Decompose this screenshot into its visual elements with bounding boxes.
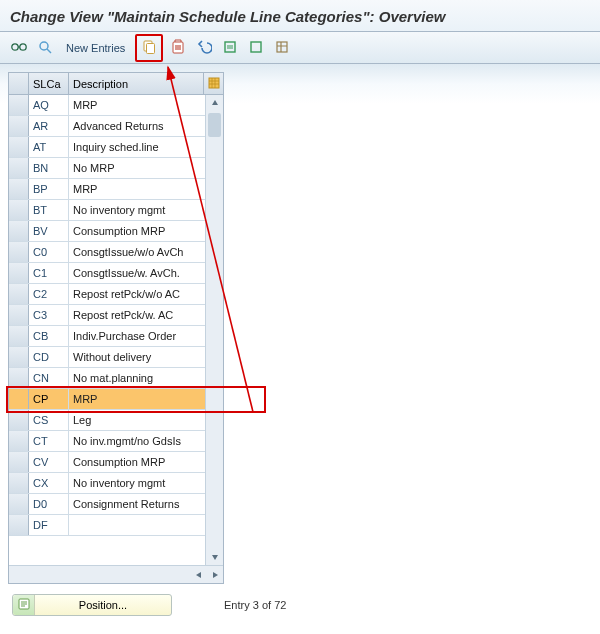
table-row[interactable]: CPMRP: [9, 389, 205, 410]
scrollbar-thumb[interactable]: [208, 113, 221, 137]
vertical-scrollbar[interactable]: [205, 95, 223, 565]
row-selector[interactable]: [9, 158, 29, 178]
row-selector[interactable]: [9, 515, 29, 535]
cell-code[interactable]: AQ: [29, 95, 69, 116]
table-row[interactable]: BPMRP: [9, 179, 205, 200]
row-selector[interactable]: [9, 179, 29, 199]
cell-code[interactable]: C2: [29, 284, 69, 305]
row-selector[interactable]: [9, 242, 29, 262]
cell-description[interactable]: MRP: [69, 95, 205, 116]
table-settings-button[interactable]: [271, 37, 293, 59]
cell-code[interactable]: BV: [29, 221, 69, 242]
row-selector[interactable]: [9, 137, 29, 157]
new-entries-button[interactable]: New Entries: [60, 37, 131, 59]
find-button[interactable]: [34, 37, 56, 59]
table-row[interactable]: CSLeg: [9, 410, 205, 431]
row-selector[interactable]: [9, 326, 29, 346]
cell-description[interactable]: No mat.planning: [69, 368, 205, 389]
cell-description[interactable]: Indiv.Purchase Order: [69, 326, 205, 347]
cell-code[interactable]: AR: [29, 116, 69, 137]
cell-description[interactable]: ConsgtIssue/w/o AvCh: [69, 242, 205, 263]
cell-description[interactable]: MRP: [69, 389, 205, 410]
delete-button[interactable]: [167, 37, 189, 59]
table-row[interactable]: CXNo inventory mgmt: [9, 473, 205, 494]
cell-description[interactable]: Advanced Returns: [69, 116, 205, 137]
table-row[interactable]: C3Repost retPck/w. AC: [9, 305, 205, 326]
table-row[interactable]: C0ConsgtIssue/w/o AvCh: [9, 242, 205, 263]
row-selector[interactable]: [9, 263, 29, 283]
table-row[interactable]: C1ConsgtIssue/w. AvCh.: [9, 263, 205, 284]
row-selector[interactable]: [9, 494, 29, 514]
cell-description[interactable]: No inventory mgmt: [69, 200, 205, 221]
row-selector[interactable]: [9, 116, 29, 136]
table-row[interactable]: ATInquiry sched.line: [9, 137, 205, 158]
other-view-button[interactable]: [8, 37, 30, 59]
table-row[interactable]: AQMRP: [9, 95, 205, 116]
cell-code[interactable]: D0: [29, 494, 69, 515]
row-selector[interactable]: [9, 200, 29, 220]
row-selector[interactable]: [9, 452, 29, 472]
row-selector[interactable]: [9, 410, 29, 430]
scrollbar-track[interactable]: [206, 111, 223, 549]
scroll-left-button[interactable]: [191, 566, 207, 583]
table-row[interactable]: C2Repost retPck/w/o AC: [9, 284, 205, 305]
cell-description[interactable]: Repost retPck/w/o AC: [69, 284, 205, 305]
cell-description[interactable]: Inquiry sched.line: [69, 137, 205, 158]
row-selector[interactable]: [9, 95, 29, 115]
row-selector[interactable]: [9, 431, 29, 451]
table-row[interactable]: DF: [9, 515, 205, 536]
table-row[interactable]: CDWithout delivery: [9, 347, 205, 368]
cell-code[interactable]: CD: [29, 347, 69, 368]
cell-description[interactable]: Consumption MRP: [69, 452, 205, 473]
undo-button[interactable]: [193, 37, 215, 59]
cell-code[interactable]: DF: [29, 515, 69, 536]
column-header-code[interactable]: SLCa: [29, 73, 69, 95]
cell-code[interactable]: CX: [29, 473, 69, 494]
table-row[interactable]: D0Consignment Returns: [9, 494, 205, 515]
cell-code[interactable]: CN: [29, 368, 69, 389]
cell-description[interactable]: No MRP: [69, 158, 205, 179]
table-row[interactable]: CBIndiv.Purchase Order: [9, 326, 205, 347]
cell-description[interactable]: Leg: [69, 410, 205, 431]
scroll-up-button[interactable]: [206, 95, 223, 111]
row-selector-header[interactable]: [9, 73, 29, 94]
table-row[interactable]: CTNo inv.mgmt/no GdsIs: [9, 431, 205, 452]
row-selector[interactable]: [9, 284, 29, 304]
cell-code[interactable]: C1: [29, 263, 69, 284]
cell-code[interactable]: CV: [29, 452, 69, 473]
cell-description[interactable]: Repost retPck/w. AC: [69, 305, 205, 326]
cell-code[interactable]: BP: [29, 179, 69, 200]
table-row[interactable]: CNNo mat.planning: [9, 368, 205, 389]
cell-description[interactable]: No inv.mgmt/no GdsIs: [69, 431, 205, 452]
cell-description[interactable]: MRP: [69, 179, 205, 200]
cell-description[interactable]: No inventory mgmt: [69, 473, 205, 494]
row-selector[interactable]: [9, 305, 29, 325]
position-button[interactable]: Position...: [12, 594, 172, 616]
row-selector[interactable]: [9, 389, 29, 409]
cell-code[interactable]: AT: [29, 137, 69, 158]
cell-code[interactable]: C3: [29, 305, 69, 326]
cell-description[interactable]: Without delivery: [69, 347, 205, 368]
cell-code[interactable]: CB: [29, 326, 69, 347]
cell-code[interactable]: CT: [29, 431, 69, 452]
scroll-down-button[interactable]: [206, 549, 223, 565]
cell-code[interactable]: C0: [29, 242, 69, 263]
column-header-description[interactable]: Description: [69, 73, 203, 95]
cell-code[interactable]: CS: [29, 410, 69, 431]
cell-description[interactable]: Consignment Returns: [69, 494, 205, 515]
scroll-right-button[interactable]: [207, 566, 223, 583]
row-selector[interactable]: [9, 473, 29, 493]
select-all-button[interactable]: [219, 37, 241, 59]
copy-as-button[interactable]: [138, 37, 160, 59]
cell-description[interactable]: Consumption MRP: [69, 221, 205, 242]
horizontal-scrollbar[interactable]: [9, 565, 223, 583]
cell-description[interactable]: ConsgtIssue/w. AvCh.: [69, 263, 205, 284]
cell-code[interactable]: CP: [29, 389, 69, 410]
table-row[interactable]: BNNo MRP: [9, 158, 205, 179]
cell-code[interactable]: BN: [29, 158, 69, 179]
table-row[interactable]: BVConsumption MRP: [9, 221, 205, 242]
table-row[interactable]: BTNo inventory mgmt: [9, 200, 205, 221]
table-row[interactable]: ARAdvanced Returns: [9, 116, 205, 137]
cell-code[interactable]: BT: [29, 200, 69, 221]
table-config-button[interactable]: [203, 73, 223, 94]
